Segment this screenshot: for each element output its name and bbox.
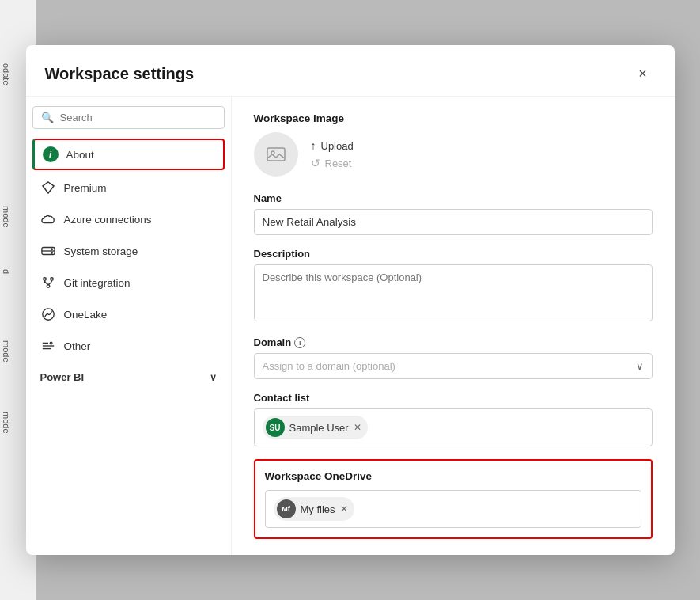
- sidebar-item-other[interactable]: Other: [32, 332, 225, 360]
- domain-placeholder: Assign to a domain (optional): [263, 360, 395, 372]
- image-actions: ↑ Upload ↺ Reset: [311, 139, 354, 169]
- description-input[interactable]: [254, 264, 653, 321]
- onedrive-file-name: My files: [301, 503, 335, 515]
- sidebar-section-powerbi-label: Power BI: [40, 371, 85, 383]
- name-section: Name: [254, 192, 653, 235]
- sidebar-section-powerbi[interactable]: Power BI ∨: [32, 363, 225, 386]
- remove-contact-button[interactable]: ✕: [354, 423, 361, 432]
- main-content: Workspace image ↑ Uplo: [232, 97, 675, 555]
- image-icon: [267, 146, 286, 163]
- info-icon: i: [43, 146, 59, 162]
- reset-icon: ↺: [311, 157, 320, 169]
- workspace-image-placeholder: [254, 132, 298, 177]
- svg-marker-0: [43, 182, 54, 193]
- name-label: Name: [254, 192, 653, 204]
- storage-icon: [40, 243, 56, 259]
- sidebar-item-git-label: Git integration: [64, 277, 131, 289]
- svg-point-13: [50, 342, 52, 344]
- svg-point-6: [50, 278, 53, 281]
- close-button[interactable]: ×: [630, 61, 656, 86]
- contact-user-name: Sample User: [289, 422, 349, 434]
- name-input[interactable]: [254, 209, 653, 235]
- other-icon: [40, 338, 56, 354]
- upload-button[interactable]: ↑ Upload: [311, 139, 354, 152]
- contact-list-section: Contact list SU Sample User ✕: [254, 392, 653, 446]
- sidebar-item-premium[interactable]: Premium: [32, 173, 225, 202]
- bg-text-2: mode: [2, 206, 11, 228]
- contact-list-box: SU Sample User ✕: [254, 408, 653, 446]
- overlay: odate mode d mode mode Workspace setting…: [0, 0, 700, 600]
- domain-info-icon: i: [294, 337, 305, 348]
- description-section: Description: [254, 248, 653, 324]
- modal-header: Workspace settings ×: [26, 45, 675, 97]
- workspace-image-row: ↑ Upload ↺ Reset: [254, 132, 653, 177]
- onelake-icon: [40, 306, 56, 322]
- contact-list-label: Contact list: [254, 392, 653, 404]
- svg-point-5: [43, 278, 46, 281]
- sidebar-item-onelake[interactable]: OneLake: [32, 300, 225, 328]
- sidebar-item-premium-label: Premium: [64, 182, 107, 194]
- svg-point-3: [51, 249, 52, 250]
- domain-label: Domain i: [254, 336, 653, 348]
- workspace-onedrive-section: Workspace OneDrive Mf My files ✕: [254, 459, 653, 539]
- workspace-settings-modal: Workspace settings × 🔍 i About: [26, 45, 675, 555]
- description-label: Description: [254, 248, 653, 260]
- domain-section: Domain i Assign to a domain (optional) ∨: [254, 336, 653, 379]
- sidebar-item-git[interactable]: Git integration: [32, 268, 225, 297]
- reset-label: Reset: [325, 158, 352, 169]
- cloud-icon: [40, 211, 56, 227]
- modal-body: 🔍 i About Premium: [26, 97, 675, 555]
- search-input[interactable]: [60, 112, 216, 123]
- onedrive-label: Workspace OneDrive: [265, 470, 641, 482]
- workspace-image-section: Workspace image ↑ Uplo: [254, 112, 653, 177]
- chevron-down-icon: ∨: [210, 372, 217, 383]
- search-box: 🔍: [32, 106, 225, 129]
- svg-point-4: [51, 252, 52, 253]
- sidebar-item-storage-label: System storage: [64, 245, 138, 257]
- sidebar-item-azure-label: Azure connections: [64, 214, 152, 226]
- bg-text-3: d: [2, 269, 11, 274]
- upload-label: Upload: [321, 140, 354, 152]
- bg-text-1: odate: [2, 63, 11, 85]
- upload-icon: ↑: [311, 139, 316, 152]
- workspace-image-label: Workspace image: [254, 112, 653, 124]
- remove-onedrive-button[interactable]: ✕: [340, 504, 348, 514]
- sidebar-item-onelake-label: OneLake: [64, 309, 108, 321]
- contact-tag-sample-user: SU Sample User ✕: [263, 416, 368, 439]
- search-icon: 🔍: [41, 112, 54, 123]
- onedrive-box: Mf My files ✕: [265, 490, 641, 528]
- reset-button[interactable]: ↺ Reset: [311, 157, 354, 169]
- onedrive-tag-myfiles: Mf My files ✕: [274, 497, 354, 521]
- sidebar-item-about-label: About: [66, 149, 94, 161]
- sidebar-item-azure[interactable]: Azure connections: [32, 205, 225, 234]
- sidebar-item-storage[interactable]: System storage: [32, 237, 225, 265]
- domain-select[interactable]: Assign to a domain (optional) ∨: [254, 353, 653, 379]
- sidebar: 🔍 i About Premium: [26, 97, 232, 555]
- avatar-su: SU: [266, 418, 285, 437]
- bg-text-5: mode: [2, 412, 11, 434]
- sidebar-item-other-label: Other: [64, 340, 91, 352]
- bg-text-4: mode: [2, 340, 11, 363]
- diamond-icon: [40, 180, 56, 196]
- chevron-down-icon: ∨: [636, 360, 644, 372]
- svg-rect-14: [267, 148, 285, 161]
- avatar-mf: Mf: [277, 499, 296, 518]
- svg-point-7: [47, 285, 50, 288]
- modal-title: Workspace settings: [45, 65, 195, 83]
- sidebar-item-about[interactable]: i About: [32, 139, 225, 170]
- git-icon: [40, 275, 56, 291]
